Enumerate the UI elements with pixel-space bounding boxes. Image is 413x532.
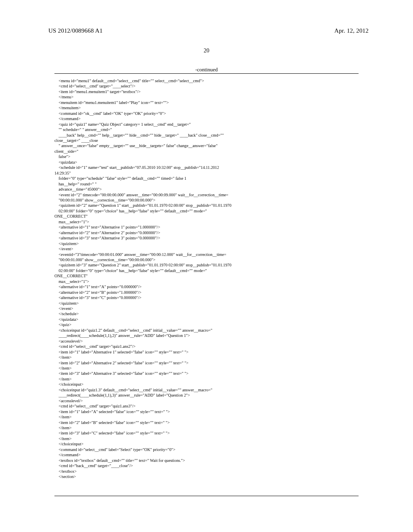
bottom-rule [54,496,359,496]
page-header: US 2012/0089668 A1 Apr. 12, 2012 [0,27,413,34]
code-listing: <menu id="menu1" default__cmd="select__c… [54,78,359,480]
page-number: 20 [0,48,413,54]
publication-number: US 2012/0089668 A1 [48,27,102,34]
publication-date: Apr. 12, 2012 [334,27,369,34]
top-rule [54,73,359,74]
continued-label: -continued [0,66,413,73]
